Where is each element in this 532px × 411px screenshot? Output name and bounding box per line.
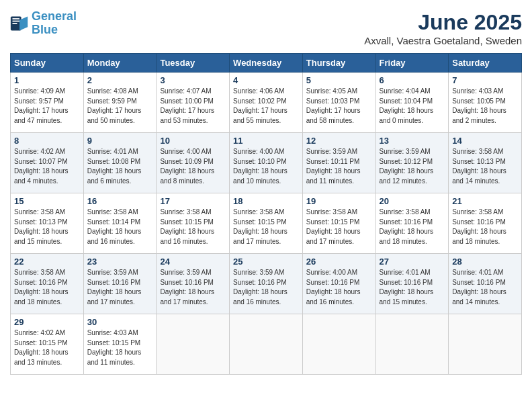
- day-info: Sunrise: 4:06 AMSunset: 10:02 PMDaylight…: [233, 87, 299, 126]
- calendar-cell: 1Sunrise: 4:09 AMSunset: 9:57 PMDaylight…: [11, 73, 84, 133]
- calendar-cell: 21Sunrise: 3:58 AMSunset: 10:16 PMDaylig…: [449, 193, 522, 254]
- day-info: Sunrise: 4:01 AMSunset: 10:16 PMDaylight…: [452, 268, 518, 307]
- weekday-header-tuesday: Tuesday: [157, 54, 230, 73]
- calendar-week-4: 22Sunrise: 3:58 AMSunset: 10:16 PMDaylig…: [11, 254, 522, 314]
- calendar-cell: 6Sunrise: 4:04 AMSunset: 10:04 PMDayligh…: [375, 73, 449, 133]
- calendar-cell: [230, 314, 303, 375]
- day-number: 1: [14, 75, 80, 85]
- calendar-cell: 13Sunrise: 3:59 AMSunset: 10:12 PMDaylig…: [375, 133, 449, 193]
- calendar-cell: 7Sunrise: 4:03 AMSunset: 10:05 PMDayligh…: [449, 73, 522, 133]
- calendar-cell: 22Sunrise: 3:58 AMSunset: 10:16 PMDaylig…: [11, 254, 84, 314]
- day-number: 29: [14, 317, 80, 327]
- day-info: Sunrise: 3:58 AMSunset: 10:16 PMDaylight…: [380, 208, 445, 246]
- day-info: Sunrise: 3:59 AMSunset: 10:16 PMDaylight…: [160, 268, 226, 307]
- day-number: 26: [306, 257, 372, 267]
- day-info: Sunrise: 3:58 AMSunset: 10:15 PMDaylight…: [233, 208, 299, 246]
- calendar-cell: 2Sunrise: 4:08 AMSunset: 9:59 PMDaylight…: [83, 73, 157, 133]
- logo: General Blue: [10, 10, 77, 37]
- calendar-cell: [302, 314, 375, 375]
- weekday-header-friday: Friday: [375, 54, 449, 73]
- calendar-cell: 30Sunrise: 4:03 AMSunset: 10:15 PMDaylig…: [83, 314, 157, 375]
- calendar-week-1: 1Sunrise: 4:09 AMSunset: 9:57 PMDaylight…: [11, 73, 522, 133]
- day-number: 2: [87, 75, 153, 85]
- day-number: 11: [233, 136, 299, 146]
- weekday-header-saturday: Saturday: [449, 54, 522, 73]
- calendar-cell: 12Sunrise: 3:59 AMSunset: 10:11 PMDaylig…: [302, 133, 375, 193]
- day-info: Sunrise: 3:58 AMSunset: 10:14 PMDaylight…: [87, 208, 153, 246]
- calendar-cell: 8Sunrise: 4:02 AMSunset: 10:07 PMDayligh…: [11, 133, 84, 193]
- day-number: 20: [380, 196, 445, 206]
- day-info: Sunrise: 3:59 AMSunset: 10:11 PMDaylight…: [306, 147, 372, 186]
- calendar-cell: 20Sunrise: 3:58 AMSunset: 10:16 PMDaylig…: [375, 193, 449, 254]
- logo-text: General Blue: [32, 10, 77, 37]
- weekday-header-thursday: Thursday: [302, 54, 375, 73]
- day-number: 22: [14, 257, 80, 267]
- calendar-cell: 25Sunrise: 3:59 AMSunset: 10:16 PMDaylig…: [230, 254, 303, 314]
- day-number: 12: [306, 136, 372, 146]
- day-info: Sunrise: 3:58 AMSunset: 10:16 PMDaylight…: [452, 208, 518, 246]
- svg-rect-1: [13, 18, 20, 19]
- day-info: Sunrise: 4:07 AMSunset: 10:00 PMDaylight…: [160, 87, 226, 126]
- day-info: Sunrise: 4:00 AMSunset: 10:16 PMDaylight…: [306, 268, 372, 307]
- calendar-cell: 4Sunrise: 4:06 AMSunset: 10:02 PMDayligh…: [230, 73, 303, 133]
- day-number: 16: [87, 196, 153, 206]
- day-info: Sunrise: 4:05 AMSunset: 10:03 PMDaylight…: [306, 87, 372, 126]
- weekday-header-monday: Monday: [83, 54, 157, 73]
- day-info: Sunrise: 4:01 AMSunset: 10:16 PMDaylight…: [380, 268, 445, 307]
- day-number: 13: [380, 136, 445, 146]
- logo-line1: General: [32, 9, 77, 23]
- day-info: Sunrise: 4:00 AMSunset: 10:10 PMDaylight…: [233, 147, 299, 186]
- day-info: Sunrise: 4:02 AMSunset: 10:15 PMDaylight…: [14, 328, 80, 367]
- day-info: Sunrise: 4:03 AMSunset: 10:15 PMDaylight…: [87, 328, 153, 367]
- day-info: Sunrise: 4:01 AMSunset: 10:08 PMDaylight…: [87, 147, 153, 186]
- svg-rect-2: [13, 20, 20, 21]
- day-info: Sunrise: 3:59 AMSunset: 10:16 PMDaylight…: [87, 268, 153, 307]
- day-number: 6: [380, 75, 445, 85]
- calendar-cell: 24Sunrise: 3:59 AMSunset: 10:16 PMDaylig…: [157, 254, 230, 314]
- calendar-table: SundayMondayTuesdayWednesdayThursdayFrid…: [10, 53, 522, 375]
- day-info: Sunrise: 4:08 AMSunset: 9:59 PMDaylight:…: [87, 87, 153, 126]
- weekday-header-sunday: Sunday: [11, 54, 84, 73]
- calendar-body: 1Sunrise: 4:09 AMSunset: 9:57 PMDaylight…: [11, 73, 522, 375]
- calendar-cell: 3Sunrise: 4:07 AMSunset: 10:00 PMDayligh…: [157, 73, 230, 133]
- calendar-cell: 9Sunrise: 4:01 AMSunset: 10:08 PMDayligh…: [83, 133, 157, 193]
- calendar-week-2: 8Sunrise: 4:02 AMSunset: 10:07 PMDayligh…: [11, 133, 522, 193]
- calendar-cell: 28Sunrise: 4:01 AMSunset: 10:16 PMDaylig…: [449, 254, 522, 314]
- calendar-cell: [449, 314, 522, 375]
- day-number: 14: [452, 136, 518, 146]
- day-number: 15: [14, 196, 80, 206]
- day-number: 21: [452, 196, 518, 206]
- day-number: 9: [87, 136, 153, 146]
- day-number: 18: [233, 196, 299, 206]
- calendar-cell: 16Sunrise: 3:58 AMSunset: 10:14 PMDaylig…: [83, 193, 157, 254]
- calendar-cell: 5Sunrise: 4:05 AMSunset: 10:03 PMDayligh…: [302, 73, 375, 133]
- day-number: 24: [160, 257, 226, 267]
- calendar-cell: 19Sunrise: 3:58 AMSunset: 10:15 PMDaylig…: [302, 193, 375, 254]
- day-info: Sunrise: 3:59 AMSunset: 10:16 PMDaylight…: [233, 268, 299, 307]
- day-info: Sunrise: 4:00 AMSunset: 10:09 PMDaylight…: [160, 147, 226, 186]
- day-info: Sunrise: 3:58 AMSunset: 10:13 PMDaylight…: [14, 208, 80, 246]
- calendar-cell: 11Sunrise: 4:00 AMSunset: 10:10 PMDaylig…: [230, 133, 303, 193]
- day-number: 8: [14, 136, 80, 146]
- weekday-header-row: SundayMondayTuesdayWednesdayThursdayFrid…: [11, 54, 522, 73]
- day-info: Sunrise: 3:58 AMSunset: 10:13 PMDaylight…: [452, 147, 518, 186]
- calendar-cell: 18Sunrise: 3:58 AMSunset: 10:15 PMDaylig…: [230, 193, 303, 254]
- day-number: 30: [87, 317, 153, 327]
- day-number: 5: [306, 75, 372, 85]
- day-number: 28: [452, 257, 518, 267]
- day-info: Sunrise: 3:59 AMSunset: 10:12 PMDaylight…: [380, 147, 445, 186]
- day-number: 3: [160, 75, 226, 85]
- day-number: 17: [160, 196, 226, 206]
- calendar-title: June 2025: [364, 10, 522, 35]
- logo-icon: [10, 14, 29, 33]
- page-header: General Blue June 2025 Axvall, Vaestra G…: [10, 10, 522, 46]
- title-area: June 2025 Axvall, Vaestra Goetaland, Swe…: [364, 10, 522, 46]
- calendar-cell: [157, 314, 230, 375]
- day-number: 7: [452, 75, 518, 85]
- calendar-cell: [375, 314, 449, 375]
- day-info: Sunrise: 4:02 AMSunset: 10:07 PMDaylight…: [14, 147, 80, 186]
- calendar-cell: 26Sunrise: 4:00 AMSunset: 10:16 PMDaylig…: [302, 254, 375, 314]
- day-number: 19: [306, 196, 372, 206]
- calendar-cell: 27Sunrise: 4:01 AMSunset: 10:16 PMDaylig…: [375, 254, 449, 314]
- day-info: Sunrise: 4:04 AMSunset: 10:04 PMDaylight…: [380, 87, 445, 126]
